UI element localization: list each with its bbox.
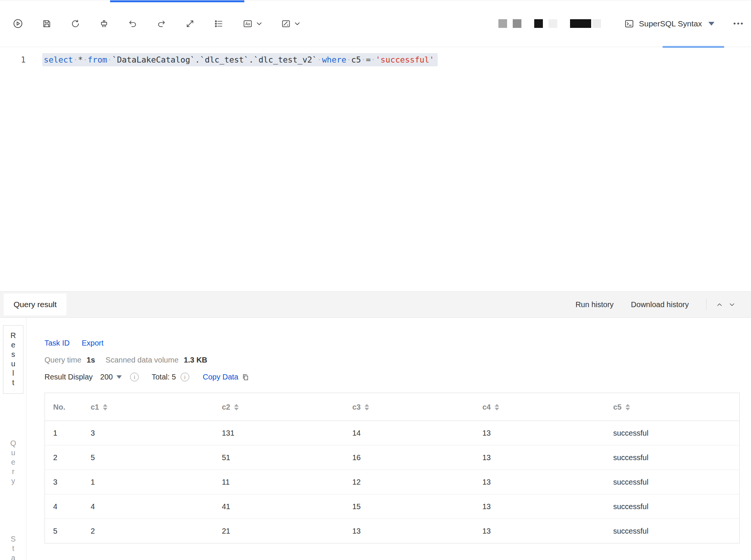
undo-button[interactable] bbox=[128, 19, 138, 29]
result-section: Result Query Statistics Task ID Export Q… bbox=[0, 318, 751, 560]
code-editor[interactable]: 1 select·*·from·`DataLakeCatalog`.`dlc_t… bbox=[0, 47, 751, 291]
result-display-select[interactable]: 200 bbox=[100, 373, 122, 381]
format-button[interactable] bbox=[99, 19, 109, 29]
collapse-up-button[interactable] bbox=[716, 302, 723, 307]
font-size-icon: Aa bbox=[242, 19, 253, 29]
caret-down-icon bbox=[116, 375, 122, 379]
editor-toolbar: Aa SuperSQL Syntax ••• bbox=[0, 0, 751, 47]
caret-down-icon bbox=[708, 22, 714, 26]
table-cell: 131 bbox=[222, 421, 353, 445]
table-row: 131311413successful bbox=[45, 421, 740, 445]
scanned-volume-label: Scanned data volume bbox=[106, 356, 178, 364]
code-token-ws: · bbox=[361, 55, 366, 64]
table-row: 31111213successful bbox=[45, 470, 740, 494]
table-cell: 3 bbox=[91, 421, 222, 445]
font-size-button[interactable]: Aa bbox=[242, 19, 262, 29]
code-token-ws: · bbox=[317, 55, 322, 64]
swatch-gray-2 bbox=[513, 19, 521, 28]
line-number-gutter: 1 bbox=[0, 52, 42, 67]
copy-data-link[interactable]: Copy Data bbox=[203, 373, 250, 381]
export-link[interactable]: Export bbox=[82, 339, 104, 347]
save-button[interactable] bbox=[42, 19, 52, 29]
sort-icon[interactable] bbox=[103, 404, 107, 410]
ordered-list-icon bbox=[214, 19, 224, 29]
side-tab-statistics[interactable]: Statistics bbox=[9, 535, 17, 560]
chevron-down-icon bbox=[294, 21, 300, 26]
result-display-value: 200 bbox=[100, 373, 113, 381]
swatch-black-1 bbox=[534, 19, 543, 28]
fullscreen-button[interactable] bbox=[185, 19, 195, 29]
side-tab-query[interactable]: Query bbox=[9, 439, 17, 488]
side-tab-result[interactable]: Result bbox=[3, 325, 23, 394]
sort-icon[interactable] bbox=[234, 404, 239, 410]
sort-icon[interactable] bbox=[365, 404, 369, 410]
more-button[interactable]: ••• bbox=[733, 20, 744, 28]
column-header-c1[interactable]: c1 bbox=[91, 393, 222, 421]
code-token-punct: . bbox=[249, 55, 254, 64]
query-time-label: Query time bbox=[44, 356, 81, 364]
column-header-label: c2 bbox=[222, 403, 230, 411]
column-header-c4[interactable]: c4 bbox=[483, 393, 613, 421]
code-token-ws: · bbox=[73, 55, 78, 64]
table-cell: 2 bbox=[91, 519, 222, 543]
code-token-identifier: `dlc_test` bbox=[200, 55, 248, 64]
table-cell: 3 bbox=[45, 470, 91, 494]
ordered-list-button[interactable] bbox=[214, 19, 224, 29]
column-header-c5[interactable]: c5 bbox=[613, 393, 740, 421]
result-controls-row: Result Display 200 i Total: 5 i Copy Dat… bbox=[44, 373, 740, 381]
sort-icon[interactable] bbox=[495, 404, 499, 410]
fullscreen-icon bbox=[185, 19, 195, 29]
query-time-value: 1s bbox=[87, 356, 95, 364]
editor-hscrollbar[interactable] bbox=[662, 46, 724, 48]
task-id-link[interactable]: Task ID bbox=[44, 339, 70, 347]
table-cell: 15 bbox=[353, 494, 483, 519]
table-cell: 13 bbox=[483, 494, 613, 519]
tab-query-result[interactable]: Query result bbox=[4, 294, 66, 315]
undo-icon bbox=[128, 19, 138, 29]
run-button[interactable] bbox=[13, 18, 23, 29]
info-icon: i bbox=[130, 373, 139, 381]
total-label: Total: 5 bbox=[152, 373, 176, 381]
table-cell: 13 bbox=[483, 470, 613, 494]
code-line: select·*·from·`DataLakeCatalog`.`dlc_tes… bbox=[42, 52, 751, 67]
code-token-string: 'successful' bbox=[376, 55, 434, 64]
column-header-c3[interactable]: c3 bbox=[353, 393, 483, 421]
scanned-volume-value: 1.3 KB bbox=[184, 356, 207, 364]
run-history-link[interactable]: Run history bbox=[575, 300, 613, 309]
code-token-operator: * bbox=[78, 55, 83, 64]
table-row: 52211313successful bbox=[45, 519, 740, 543]
table-cell: 12 bbox=[353, 470, 483, 494]
format-brush-icon bbox=[99, 19, 109, 29]
download-history-link[interactable]: Download history bbox=[631, 300, 689, 309]
sort-icon[interactable] bbox=[625, 404, 630, 410]
divider bbox=[706, 299, 707, 310]
table-cell: 1 bbox=[45, 421, 91, 445]
column-header-label: No. bbox=[53, 403, 65, 411]
swatch-black-2 bbox=[570, 19, 591, 28]
syntax-selector-label: SuperSQL Syntax bbox=[639, 19, 702, 28]
column-header-c2[interactable]: c2 bbox=[222, 393, 353, 421]
refresh-icon bbox=[71, 19, 80, 29]
copy-icon bbox=[242, 373, 249, 381]
table-cell: successful bbox=[613, 445, 740, 470]
code-token-keyword: select bbox=[44, 55, 73, 64]
code-token-operator: = bbox=[366, 55, 371, 64]
refresh-button[interactable] bbox=[71, 19, 80, 29]
collapse-down-button[interactable] bbox=[729, 302, 735, 307]
table-cell: successful bbox=[613, 494, 740, 519]
code-token-keyword: from bbox=[88, 55, 107, 64]
table-cell: 13 bbox=[483, 519, 613, 543]
syntax-selector[interactable]: SuperSQL Syntax bbox=[624, 19, 714, 29]
swatch-gray-1 bbox=[498, 19, 507, 28]
toolbar-right-group: SuperSQL Syntax ••• bbox=[498, 19, 744, 29]
annotation-button[interactable] bbox=[281, 19, 300, 29]
table-row: 44411513successful bbox=[45, 494, 740, 519]
sql-statement: select·*·from·`DataLakeCatalog`.`dlc_tes… bbox=[42, 53, 438, 66]
color-swatches bbox=[498, 19, 601, 28]
redo-button[interactable] bbox=[156, 19, 166, 29]
table-cell: 21 bbox=[222, 519, 353, 543]
redo-icon bbox=[156, 19, 166, 29]
table-cell: 1 bbox=[91, 470, 222, 494]
table-cell: 13 bbox=[483, 445, 613, 470]
table-cell: successful bbox=[613, 519, 740, 543]
